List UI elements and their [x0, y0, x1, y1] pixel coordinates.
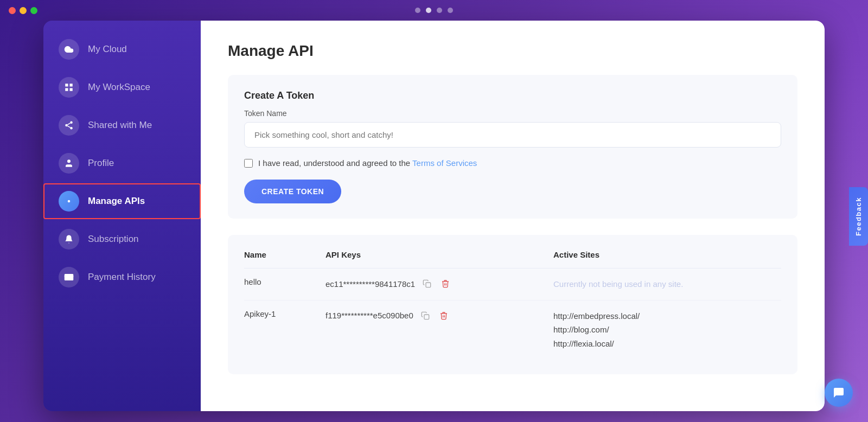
app-window: My Cloud My WorkSpace Shared with Me Pro… — [43, 21, 825, 411]
sidebar-item-profile[interactable]: Profile — [43, 145, 201, 181]
token-name-label: Token Name — [244, 109, 781, 118]
feedback-tab[interactable]: Feedback — [849, 187, 868, 246]
active-sites-cell: Currently not being used in any site. — [553, 268, 781, 300]
create-token-button[interactable]: CREATE TOKEN — [244, 180, 341, 203]
minimize-dot[interactable] — [20, 7, 27, 14]
svg-point-2 — [70, 127, 73, 130]
svg-rect-9 — [426, 283, 431, 287]
col-active-sites: Active Sites — [553, 250, 781, 268]
api-key-cell: ec11**********9841178c1 — [326, 268, 553, 300]
col-api-keys: API Keys — [326, 250, 553, 268]
sidebar-label-manage-apis: Manage APIs — [88, 196, 145, 207]
svg-line-3 — [67, 126, 70, 127]
section-title: Create A Token — [244, 90, 781, 101]
api-name-cell: Apikey-1 — [244, 300, 326, 359]
create-token-section: Create A Token Token Name I have read, u… — [228, 75, 797, 219]
slide-indicators — [415, 8, 453, 13]
terms-row: I have read, understood and agreed to th… — [244, 158, 781, 168]
close-dot[interactable] — [9, 7, 16, 14]
api-key-value: f119**********e5c090be0 — [326, 311, 413, 320]
api-key-cell: f119**********e5c090be0 — [326, 300, 553, 359]
site-url: http://flexia.local/ — [553, 337, 781, 351]
table-row: Apikey-1f119**********e5c090be0http://em… — [244, 300, 781, 359]
terms-checkbox[interactable] — [244, 159, 253, 168]
svg-rect-7 — [65, 274, 74, 280]
payment-icon — [59, 267, 79, 287]
shared-icon — [59, 115, 79, 136]
main-content: Manage API Create A Token Token Name I h… — [201, 21, 825, 411]
sidebar-label-shared-with-me: Shared with Me — [88, 120, 152, 131]
svg-point-6 — [68, 200, 71, 203]
page-title: Manage API — [228, 42, 797, 60]
sidebar-label-payment-history: Payment History — [88, 272, 156, 283]
active-sites-cell: http://embedpress.local/http://blog.com/… — [553, 300, 781, 359]
window-controls — [9, 7, 37, 14]
sidebar-item-subscription[interactable]: Subscription — [43, 221, 201, 257]
titlebar — [0, 0, 868, 21]
sidebar-label-profile: Profile — [88, 158, 114, 169]
profile-icon — [59, 153, 79, 174]
not-used-text: Currently not being used in any site. — [553, 279, 683, 289]
indicator-1 — [415, 8, 420, 13]
terms-link[interactable]: Terms of Services — [412, 158, 477, 168]
indicator-4 — [448, 8, 453, 13]
maximize-dot[interactable] — [30, 7, 37, 14]
copy-key-button[interactable] — [420, 277, 433, 290]
svg-point-5 — [67, 159, 71, 163]
sidebar-item-my-workspace[interactable]: My WorkSpace — [43, 69, 201, 105]
indicator-2 — [426, 8, 431, 13]
svg-line-4 — [67, 123, 70, 125]
delete-key-button[interactable] — [437, 309, 450, 322]
site-url: http://embedpress.local/ — [553, 309, 781, 323]
sidebar-item-shared-with-me[interactable]: Shared with Me — [43, 107, 201, 143]
sidebar-item-manage-apis[interactable]: Manage APIs — [43, 183, 201, 219]
api-key-value: ec11**********9841178c1 — [326, 279, 415, 289]
sidebar-item-my-cloud[interactable]: My Cloud — [43, 31, 201, 67]
chat-bubble[interactable] — [825, 379, 853, 407]
svg-point-0 — [70, 122, 73, 124]
sidebar: My Cloud My WorkSpace Shared with Me Pro… — [43, 21, 201, 411]
site-url: http://blog.com/ — [553, 323, 781, 337]
manage-apis-icon — [59, 191, 79, 212]
api-name-cell: hello — [244, 268, 326, 300]
cloud-icon — [59, 39, 79, 60]
indicator-3 — [437, 8, 442, 13]
token-name-input[interactable] — [244, 122, 781, 148]
terms-text: I have read, understood and agreed to th… — [258, 158, 477, 168]
col-name: Name — [244, 250, 326, 268]
sidebar-label-my-workspace: My WorkSpace — [88, 82, 150, 93]
delete-key-button[interactable] — [439, 277, 452, 290]
sidebar-label-my-cloud: My Cloud — [88, 44, 127, 55]
table-row: helloec11**********9841178c1Currently no… — [244, 268, 781, 300]
subscription-icon — [59, 229, 79, 250]
sidebar-item-payment-history[interactable]: Payment History — [43, 259, 201, 295]
copy-key-button[interactable] — [419, 309, 432, 322]
svg-point-1 — [65, 124, 68, 127]
api-table: Name API Keys Active Sites helloec11****… — [244, 250, 781, 359]
workspace-icon — [59, 77, 79, 98]
api-table-section: Name API Keys Active Sites helloec11****… — [228, 235, 797, 374]
sidebar-label-subscription: Subscription — [88, 234, 139, 245]
svg-rect-10 — [424, 315, 429, 319]
